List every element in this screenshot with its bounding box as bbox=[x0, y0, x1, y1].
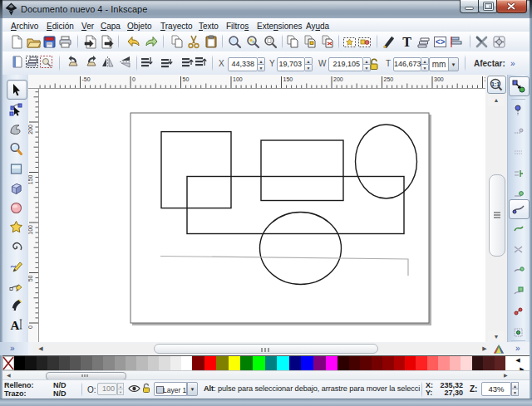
svg-text:200: 200 bbox=[333, 76, 343, 82]
svg-text:T: T bbox=[402, 35, 411, 49]
svg-text:50: 50 bbox=[28, 275, 33, 281]
svg-text:100: 100 bbox=[28, 225, 33, 235]
svg-text:150: 150 bbox=[283, 76, 293, 82]
svg-text:<>: <> bbox=[436, 37, 446, 46]
svg-text:-50: -50 bbox=[82, 76, 91, 82]
svg-text:0: 0 bbox=[132, 76, 135, 82]
svg-text:250: 250 bbox=[384, 76, 394, 82]
svg-text:200: 200 bbox=[28, 125, 33, 135]
svg-text:A: A bbox=[11, 319, 20, 332]
svg-text:100: 100 bbox=[233, 76, 243, 82]
svg-text:1:1: 1:1 bbox=[491, 81, 500, 87]
svg-text:50: 50 bbox=[183, 76, 190, 82]
svg-text:0: 0 bbox=[28, 325, 33, 329]
svg-text:300: 300 bbox=[434, 76, 444, 82]
svg-text:150: 150 bbox=[28, 174, 33, 184]
